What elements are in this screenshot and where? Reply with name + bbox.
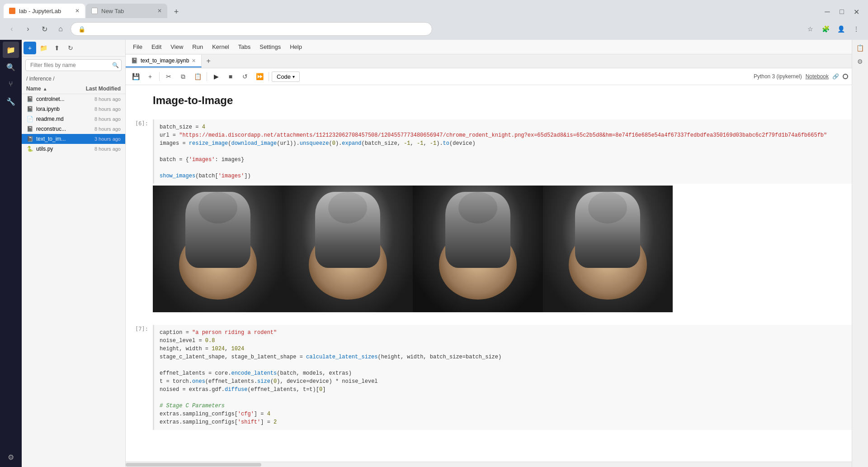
paste-button[interactable]: 📋: [191, 70, 204, 83]
cut-button[interactable]: ✂: [162, 70, 175, 83]
forward-button[interactable]: ›: [22, 23, 34, 35]
right-icon-settings[interactable]: ⚙: [854, 55, 867, 68]
file-name: reconstruc...: [36, 126, 73, 132]
notebook-scroll-area[interactable]: Image-to-Image [6]: batch_size = 4 url =…: [126, 85, 852, 462]
minimize-button[interactable]: ─: [821, 5, 834, 18]
toolbar-sep-3: [269, 72, 269, 81]
tab-newtab[interactable]: New Tab ✕: [86, 4, 167, 18]
bookmark-star-button[interactable]: ☆: [804, 23, 816, 35]
code-block-6[interactable]: batch_size = 4 url = "https://media.disc…: [153, 119, 852, 184]
right-icon-property[interactable]: 📋: [854, 42, 867, 54]
copy-button[interactable]: ⧉: [177, 70, 189, 83]
file-icon: 📓: [26, 125, 33, 133]
search-icon: 🔍: [112, 62, 119, 68]
file-icon: 📓: [26, 105, 33, 113]
menu-item-kernel[interactable]: Kernel: [208, 42, 233, 52]
tab-favicon-jl: [9, 8, 15, 14]
file-name: controlnet...: [36, 96, 73, 102]
file-item-readme-md[interactable]: 📄 readme.md 8 hours ago: [22, 114, 125, 124]
file-item-lora-ipynb[interactable]: 📓 lora.ipynb 8 hours ago: [22, 104, 125, 114]
back-button[interactable]: ‹: [5, 23, 18, 35]
tab-label-jl: lab - JupyterLab: [19, 8, 61, 14]
file-name: utils.py: [36, 146, 73, 152]
file-modified: 8 hours ago: [75, 146, 121, 152]
knight-image-3: [413, 186, 543, 312]
cell-number-6: [6]:: [126, 117, 153, 315]
menu-item-edit[interactable]: Edit: [148, 42, 165, 52]
cell-content-7: caption = "a person riding a rodent" noi…: [153, 322, 852, 433]
close-browser-button[interactable]: ✕: [850, 5, 863, 18]
main-content: FileEditViewRunKernelTabsSettingsHelp 📓 …: [126, 40, 852, 467]
tab-jupyterlab[interactable]: lab - JupyterLab ✕: [4, 4, 85, 18]
new-launcher-button[interactable]: +: [24, 42, 36, 54]
file-name: text_to_im...: [36, 136, 73, 142]
h-scroll-thumb[interactable]: [126, 463, 261, 467]
tab-close-jl[interactable]: ✕: [75, 8, 80, 14]
url-input[interactable]: localhost:8888/lab: [89, 25, 425, 33]
menu-dots-button[interactable]: ⋮: [850, 23, 863, 35]
file-modified: 3 hours ago: [75, 136, 121, 142]
notebook-label: Python 3 (ipykernel): [754, 73, 802, 80]
file-item-text-to-im---[interactable]: 📓 text_to_im... 3 hours ago: [22, 134, 125, 144]
activity-git[interactable]: ⑂: [3, 76, 19, 92]
menu-item-view[interactable]: View: [167, 42, 187, 52]
notebook-tab-close[interactable]: ✕: [192, 58, 196, 64]
upload-button[interactable]: ⬆: [51, 42, 63, 54]
notebook-tab-active[interactable]: 📓 text_to_image.ipynb ✕: [126, 55, 202, 67]
file-modified: 8 hours ago: [75, 96, 121, 102]
activity-settings[interactable]: ⚙: [3, 449, 19, 465]
kernel-info: Python 3 (ipykernel) Notebook 🔗: [754, 73, 848, 80]
activity-extensions[interactable]: 🔧: [3, 93, 19, 110]
file-item-utils-py[interactable]: 🐍 utils.py 8 hours ago: [22, 144, 125, 154]
cell-number-7: [7]:: [126, 322, 153, 433]
notebook-tabs: 📓 text_to_image.ipynb ✕ +: [126, 54, 852, 68]
add-tab-button[interactable]: +: [202, 54, 215, 68]
code-block-7[interactable]: caption = "a person riding a rodent" noi…: [153, 325, 852, 430]
menu-item-help[interactable]: Help: [286, 42, 306, 52]
activity-files[interactable]: 📁: [3, 42, 19, 58]
tab-bar: lab - JupyterLab ✕ New Tab ✕ + ─ □ ✕: [0, 0, 868, 18]
refresh-button[interactable]: ↻: [38, 23, 51, 35]
profile-button[interactable]: 👤: [835, 23, 847, 35]
header-modified[interactable]: Last Modified: [75, 86, 121, 92]
maximize-button[interactable]: □: [835, 5, 848, 18]
search-input[interactable]: [25, 59, 122, 71]
bottom-padding: [126, 434, 852, 462]
notebook-tab-label: text_to_image.ipynb: [141, 57, 189, 64]
file-modified: 8 hours ago: [75, 126, 121, 132]
menu-item-settings[interactable]: Settings: [256, 42, 284, 52]
header-name[interactable]: Name ▲: [26, 86, 75, 92]
browser-actions: ☆ 🧩 👤 ⋮: [804, 23, 863, 35]
new-tab-button[interactable]: +: [170, 5, 183, 18]
cell-type-selector[interactable]: Code ▾: [272, 71, 300, 82]
activity-bar: 📁 🔍 ⑂ 🔧 ⚙: [0, 40, 22, 467]
menu-item-file[interactable]: File: [129, 42, 146, 52]
menu-item-tabs[interactable]: Tabs: [235, 42, 254, 52]
stop-button[interactable]: ■: [224, 70, 237, 83]
file-name: lora.ipynb: [36, 106, 73, 112]
menu-item-run[interactable]: Run: [189, 42, 207, 52]
home-button[interactable]: ⌂: [54, 23, 67, 35]
file-icon: 📓: [26, 95, 33, 103]
new-folder-button[interactable]: 📁: [37, 42, 50, 54]
restart-button[interactable]: ↺: [239, 70, 251, 83]
toolbar-sep-2: [207, 72, 207, 81]
horizontal-scrollbar[interactable]: [126, 462, 852, 467]
file-list-header[interactable]: Name ▲ Last Modified: [22, 84, 125, 94]
breadcrumb-text: / inference /: [26, 76, 55, 82]
extension-button[interactable]: 🧩: [819, 23, 832, 35]
activity-search[interactable]: 🔍: [3, 59, 19, 75]
file-item-controlnet---[interactable]: 📓 controlnet... 8 hours ago: [22, 94, 125, 104]
restart-run-button[interactable]: ⏩: [253, 70, 266, 83]
address-bar[interactable]: 🔒 localhost:8888/lab: [71, 22, 432, 36]
kernel-link[interactable]: Notebook: [806, 73, 829, 80]
notebook-toolbar: 💾 + ✂ ⧉ 📋 ▶ ■ ↺ ⏩ Code ▾ Python 3 (ipyke…: [126, 68, 852, 85]
run-button[interactable]: ▶: [210, 70, 222, 83]
browser-toolbar: ‹ › ↻ ⌂ 🔒 localhost:8888/lab ☆ 🧩 👤 ⋮: [0, 18, 868, 40]
tab-close-nt[interactable]: ✕: [157, 8, 162, 14]
save-button[interactable]: 💾: [129, 70, 142, 83]
refresh-files-button[interactable]: ↻: [64, 42, 77, 54]
file-item-reconstruc---[interactable]: 📓 reconstruc... 8 hours ago: [22, 124, 125, 134]
kernel-status-circle: [843, 74, 848, 79]
add-cell-button[interactable]: +: [144, 70, 156, 83]
